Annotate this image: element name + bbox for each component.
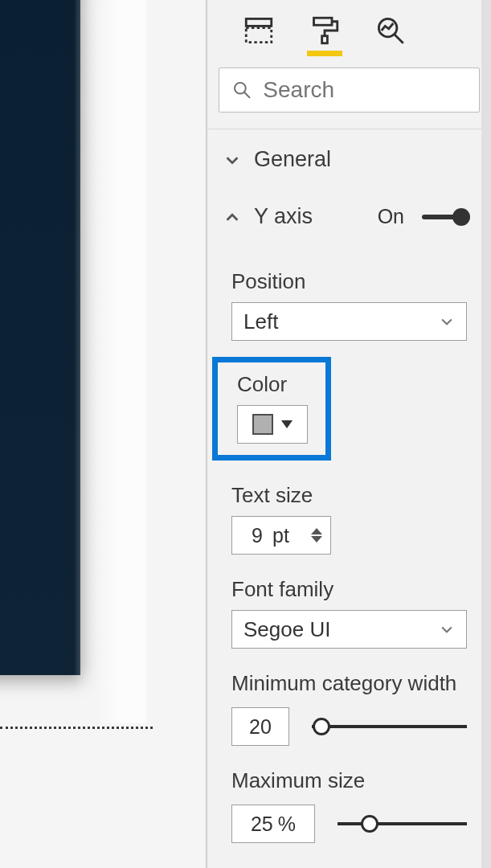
section-yaxis-label: Y axis (254, 204, 365, 229)
section-list: General Y axis On Position Left (207, 129, 491, 853)
spinner-down-icon[interactable] (311, 536, 322, 542)
yaxis-toggle-label: On (378, 205, 404, 228)
maxsize-label: Maximum size (231, 768, 467, 793)
svg-rect-3 (322, 36, 328, 43)
field-textsize: Text size 9 pt (231, 483, 467, 555)
format-pane: General Y axis On Position Left (206, 0, 491, 868)
svg-point-5 (235, 83, 246, 94)
svg-rect-1 (246, 28, 272, 43)
position-label: Position (231, 269, 467, 294)
textsize-unit: pt (272, 524, 311, 547)
position-value: Left (243, 309, 278, 334)
textsize-spinner (311, 528, 322, 542)
scrollbar[interactable] (481, 0, 491, 868)
search-input[interactable] (263, 77, 466, 103)
maxsize-value: 25 (251, 813, 273, 836)
section-general[interactable]: General (207, 129, 491, 186)
report-canvas (0, 0, 206, 868)
fontfamily-value: Segoe UI (243, 617, 330, 642)
maxsize-unit: % (278, 813, 296, 836)
tab-fields[interactable] (243, 14, 275, 47)
field-position: Position Left (231, 269, 467, 341)
search-icon (232, 79, 252, 101)
section-general-label: General (254, 147, 470, 172)
maxsize-slider[interactable] (338, 814, 467, 833)
visual-preview (0, 0, 80, 675)
color-swatch (252, 414, 273, 435)
field-maxsize: Maximum size 25 % (231, 768, 467, 843)
slider-handle[interactable] (313, 718, 330, 735)
color-picker[interactable] (237, 405, 308, 444)
mincatwidth-label: Minimum category width (231, 671, 467, 696)
svg-rect-2 (314, 18, 333, 25)
yaxis-body: Position Left Color Text size 9 (207, 244, 491, 853)
selection-edge (0, 727, 153, 729)
tab-row (207, 0, 491, 48)
chevron-down-icon (223, 151, 241, 169)
fontfamily-label: Font family (231, 577, 467, 602)
dropdown-caret-icon (281, 420, 293, 428)
tab-format[interactable] (309, 14, 341, 47)
field-fontfamily: Font family Segoe UI (231, 577, 467, 649)
mincatwidth-value: 20 (249, 715, 272, 739)
field-mincatwidth: Minimum category width 20 (231, 671, 467, 746)
yaxis-toggle[interactable] (422, 209, 470, 225)
position-dropdown[interactable]: Left (231, 302, 467, 341)
textsize-value: 9 (240, 524, 263, 547)
spinner-up-icon[interactable] (311, 528, 322, 534)
textsize-input[interactable]: 9 pt (231, 516, 331, 555)
fields-icon (244, 16, 273, 45)
textsize-label: Text size (231, 483, 467, 508)
section-yaxis[interactable]: Y axis On (207, 186, 491, 244)
chevron-down-icon (439, 621, 455, 637)
maxsize-input[interactable]: 25 % (231, 805, 315, 843)
paint-roller-icon (310, 16, 339, 45)
svg-rect-0 (246, 18, 272, 26)
mincatwidth-input[interactable]: 20 (231, 707, 289, 746)
field-color: Color (212, 357, 331, 461)
canvas-edge (74, 0, 146, 723)
color-label: Color (237, 372, 306, 397)
chevron-down-icon (439, 313, 455, 330)
search-box[interactable] (219, 68, 480, 113)
fontfamily-dropdown[interactable]: Segoe UI (231, 610, 467, 649)
analytics-icon (376, 16, 405, 45)
mincatwidth-slider[interactable] (312, 717, 467, 736)
chevron-up-icon (223, 208, 241, 226)
tab-analytics[interactable] (374, 14, 407, 47)
slider-handle[interactable] (361, 815, 378, 833)
